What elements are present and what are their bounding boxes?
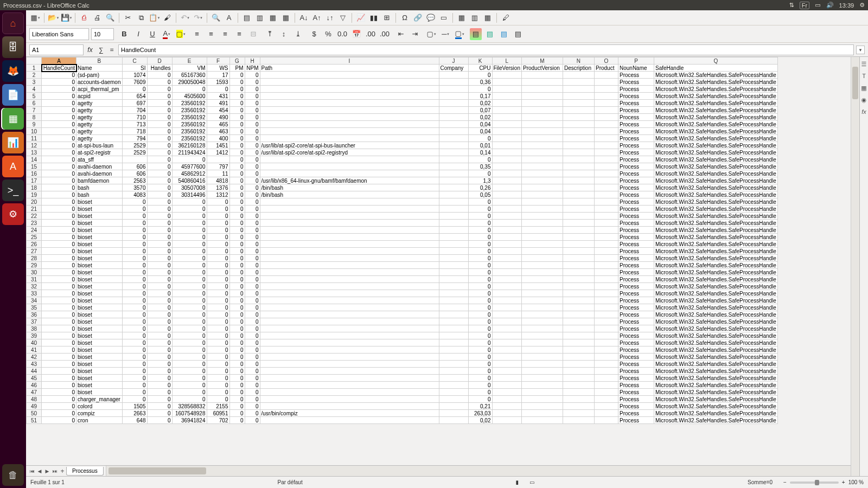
row-header[interactable]: 4 [27,86,42,93]
cond-format-button[interactable]: ▤ [470,28,482,40]
cell[interactable] [594,79,618,86]
sum-button[interactable]: ∑ [97,46,105,54]
cell[interactable] [521,72,563,79]
cell[interactable]: 0 [245,86,260,93]
cell[interactable] [260,170,439,177]
cell[interactable] [521,255,563,262]
cell[interactable]: 0 [229,107,245,114]
cell[interactable]: 0 [245,121,260,128]
cell[interactable] [260,220,439,227]
cell[interactable]: 65167360 [172,72,207,79]
row-header[interactable]: 20 [27,198,42,206]
cell[interactable] [492,72,521,79]
cell[interactable] [492,375,521,382]
cell[interactable]: 0 [147,100,172,107]
cell[interactable] [492,339,521,346]
cell[interactable] [563,389,594,396]
cell[interactable]: 0,35 [468,163,492,170]
align-left-button[interactable]: ≡ [191,28,203,40]
cell[interactable]: Process [618,297,654,304]
cell[interactable]: 0 [42,149,76,156]
cell[interactable] [260,276,439,283]
cell[interactable]: Process [618,163,654,170]
cell[interactable] [260,206,439,213]
font-name-input[interactable] [29,28,89,40]
cell[interactable]: /bin/bash [260,184,439,191]
cell[interactable] [521,234,563,241]
cell[interactable]: Microsoft.Win32.SafeHandles.SafeProcessH… [654,255,777,262]
cell[interactable] [521,283,563,290]
cell[interactable]: 0 [147,220,172,227]
row-header[interactable]: 44 [27,368,42,375]
cell[interactable]: 0 [229,213,245,220]
cell[interactable]: 0 [468,389,492,396]
align-top-button[interactable]: ⤒ [264,28,276,40]
cell[interactable] [439,382,468,389]
cell[interactable] [521,177,563,184]
cell[interactable]: 0 [42,410,76,417]
cell[interactable]: 0 [468,325,492,332]
cell[interactable] [521,396,563,403]
row-header[interactable]: 3 [27,79,42,86]
underline-button[interactable]: U [146,28,158,40]
cell[interactable]: 0 [122,297,147,304]
cell[interactable] [439,234,468,241]
cell[interactable] [594,184,618,191]
cell[interactable]: 0 [172,220,207,227]
cell[interactable]: 491 [207,100,229,107]
cell[interactable] [563,241,594,248]
cell[interactable] [521,318,563,325]
cell[interactable]: Microsoft.Win32.SafeHandles.SafeProcessH… [654,213,777,220]
cell[interactable] [260,163,439,170]
decrease-indent-button[interactable]: ⇤ [395,28,407,40]
cell[interactable]: 0 [468,276,492,283]
border-button[interactable]: ▢▾ [425,28,437,40]
cell[interactable]: 648 [122,417,147,424]
format-cells-button[interactable]: ▦ [482,12,494,24]
cell[interactable]: 0 [122,311,147,318]
cell[interactable]: bioset [76,227,123,234]
cell[interactable] [594,375,618,382]
cell[interactable]: 0 [122,227,147,234]
cell[interactable]: Microsoft.Win32.SafeHandles.SafeProcessH… [654,262,777,269]
cell[interactable]: 0 [229,177,245,184]
cell[interactable]: 0 [245,297,260,304]
cell[interactable] [492,255,521,262]
cell[interactable] [594,304,618,311]
cell[interactable]: 0 [147,339,172,346]
cell[interactable] [521,93,563,100]
firefox-icon[interactable]: 🦊 [2,60,24,82]
cell[interactable]: 0 [207,234,229,241]
cell[interactable]: 0 [147,79,172,86]
cell[interactable]: bioset [76,375,123,382]
sidebar-gallery-icon[interactable]: ▦ [860,84,868,92]
cell[interactable] [521,368,563,375]
cell[interactable]: 713 [122,121,147,128]
cell[interactable] [563,410,594,417]
cell[interactable]: Process [618,403,654,410]
cell[interactable]: Microsoft.Win32.SafeHandles.SafeProcessH… [654,375,777,382]
cell[interactable]: 0 [172,156,207,163]
cell[interactable] [260,290,439,297]
cell[interactable]: Microsoft.Win32.SafeHandles.SafeProcessH… [654,114,777,121]
cell[interactable] [439,241,468,248]
cell[interactable] [563,269,594,276]
cell[interactable]: Process [618,311,654,318]
cell[interactable]: 0 [42,403,76,410]
cell[interactable]: 23560192 [172,135,207,142]
cell[interactable]: 0 [42,311,76,318]
cell[interactable] [563,304,594,311]
cell[interactable]: 0 [468,396,492,403]
cell[interactable] [492,149,521,156]
cell[interactable] [492,269,521,276]
row-header[interactable]: 49 [27,403,42,410]
cell[interactable] [439,107,468,114]
cell[interactable]: 0,07 [468,107,492,114]
cell[interactable] [439,86,468,93]
cell[interactable]: Process [618,304,654,311]
cell[interactable]: 0 [122,206,147,213]
cell[interactable] [260,107,439,114]
column-header-P[interactable]: P [618,57,654,65]
cell[interactable] [260,100,439,107]
cell[interactable]: 0 [172,368,207,375]
